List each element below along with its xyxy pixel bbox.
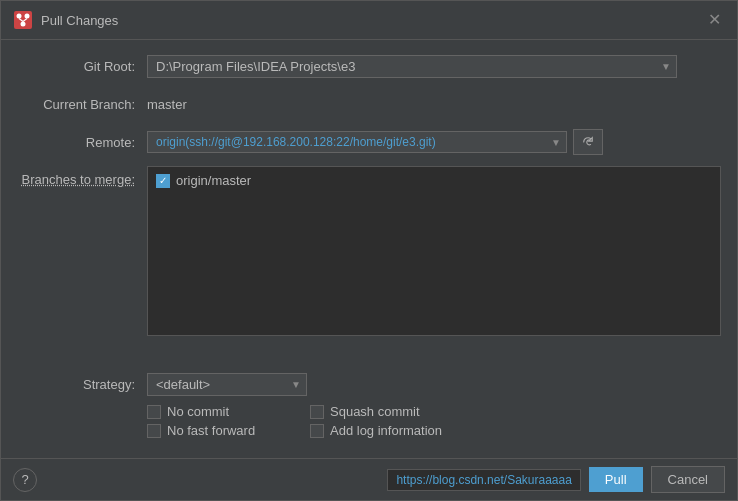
footer-right: https://blog.csdn.net/Sakuraaaaa Pull Ca… [387,466,725,493]
strategy-row: Strategy: <default> ▼ [17,373,721,396]
add-log-checkbox[interactable] [310,424,324,438]
dialog-title: Pull Changes [41,13,118,28]
dialog-footer: ? https://blog.csdn.net/Sakuraaaaa Pull … [1,458,737,500]
branch-name: origin/master [176,173,251,188]
no-commit-label: No commit [167,404,229,419]
git-root-row: Git Root: D:\Program Files\IDEA Projects… [17,52,721,80]
cancel-button[interactable]: Cancel [651,466,725,493]
current-branch-row: Current Branch: master [17,90,721,118]
pull-button[interactable]: Pull [589,467,643,492]
options-row-2: No fast forward Add log information [147,423,721,438]
title-bar: Pull Changes ✕ [1,1,737,40]
no-fast-forward-checkbox[interactable] [147,424,161,438]
refresh-button[interactable] [573,129,603,155]
squash-commit-checkbox[interactable] [310,405,324,419]
strategy-select[interactable]: <default> [147,373,307,396]
add-log-label: Add log information [330,423,442,438]
squash-commit-option: Squash commit [310,404,465,419]
current-branch-label: Current Branch: [17,97,147,112]
branches-row: Branches to merge: origin/master [17,166,721,363]
git-root-wrapper: D:\Program Files\IDEA Projects\e3 ▼ [147,55,677,78]
remote-row: Remote: origin(ssh://git@192.168.200.128… [17,128,721,156]
no-commit-option: No commit [147,404,302,419]
app-icon [13,10,33,30]
options-row-1: No commit Squash commit [147,404,721,419]
strategy-label: Strategy: [17,377,147,392]
no-commit-checkbox[interactable] [147,405,161,419]
svg-point-2 [25,14,30,19]
branch-item: origin/master [152,171,716,190]
no-fast-forward-label: No fast forward [167,423,255,438]
title-bar-left: Pull Changes [13,10,118,30]
pull-changes-dialog: Pull Changes ✕ Git Root: D:\Program File… [0,0,738,501]
branches-list[interactable]: origin/master [147,166,721,336]
add-log-option: Add log information [310,423,465,438]
branch-checkbox[interactable] [156,174,170,188]
no-fast-forward-option: No fast forward [147,423,302,438]
remote-label: Remote: [17,135,147,150]
close-button[interactable]: ✕ [704,10,725,30]
squash-commit-label: Squash commit [330,404,420,419]
git-root-label: Git Root: [17,59,147,74]
remote-select-wrapper: origin(ssh://git@192.168.200.128:22/home… [147,131,567,153]
remote-wrapper: origin(ssh://git@192.168.200.128:22/home… [147,129,603,155]
dialog-content: Git Root: D:\Program Files\IDEA Projects… [1,40,737,458]
current-branch-value: master [147,97,187,112]
svg-point-1 [17,14,22,19]
options-section: No commit Squash commit No fast forward … [147,404,721,438]
remote-select[interactable]: origin(ssh://git@192.168.200.128:22/home… [147,131,567,153]
help-button[interactable]: ? [13,468,37,492]
status-link[interactable]: https://blog.csdn.net/Sakuraaaaa [387,469,580,491]
branches-label: Branches to merge: [17,166,147,187]
svg-point-3 [21,22,26,27]
refresh-icon [582,135,594,149]
git-root-select[interactable]: D:\Program Files\IDEA Projects\e3 [147,55,677,78]
strategy-wrapper: <default> ▼ [147,373,307,396]
